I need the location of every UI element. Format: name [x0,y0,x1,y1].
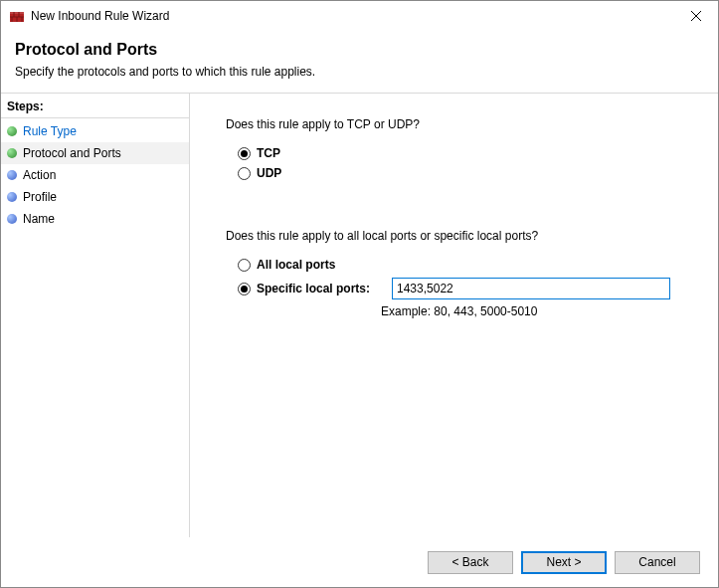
step-protocol-and-ports[interactable]: Protocol and Ports [1,142,189,164]
wizard-footer: < Back Next > Cancel [1,537,718,587]
step-label: Rule Type [23,124,77,138]
wizard-body: Steps: Rule Type Protocol and Ports Acti… [1,94,718,537]
wizard-window: New Inbound Rule Wizard Protocol and Por… [0,0,719,588]
back-button[interactable]: < Back [428,551,513,574]
radio-label: All local ports [257,258,335,272]
page-title: Protocol and Ports [15,41,704,59]
cancel-button[interactable]: Cancel [615,551,700,574]
window-title: New Inbound Rule Wizard [31,9,674,23]
specific-ports-input[interactable] [392,278,670,299]
radio-icon [238,283,251,295]
step-label: Protocol and Ports [23,146,121,160]
radio-icon [238,167,251,180]
step-name[interactable]: Name [1,208,189,230]
close-icon [691,11,701,21]
radio-udp[interactable]: UDP [226,163,692,183]
page-subtitle: Specify the protocols and ports to which… [15,65,704,79]
steps-sidebar: Steps: Rule Type Protocol and Ports Acti… [1,94,190,537]
step-bullet-icon [7,214,17,224]
step-bullet-icon [7,126,17,136]
wizard-header: Protocol and Ports Specify the protocols… [1,31,718,94]
radio-specific-local-ports[interactable]: Specific local ports: [226,275,692,302]
wizard-content: Does this rule apply to TCP or UDP? TCP … [190,94,718,537]
step-bullet-icon [7,170,17,180]
svg-rect-1 [10,12,24,14]
radio-label: Specific local ports: [257,282,386,295]
radio-label: UDP [257,166,281,180]
radio-icon [238,147,251,160]
protocol-question: Does this rule apply to TCP or UDP? [226,117,692,131]
radio-label: TCP [257,146,280,160]
firewall-icon [9,8,25,24]
step-label: Name [23,212,55,226]
step-label: Action [23,168,56,182]
next-button[interactable]: Next > [521,551,607,574]
ports-example-text: Example: 80, 443, 5000-5010 [381,304,692,318]
steps-heading: Steps: [1,98,189,118]
step-profile[interactable]: Profile [1,186,189,208]
radio-icon [238,259,251,272]
titlebar: New Inbound Rule Wizard [1,1,718,31]
step-label: Profile [23,190,57,204]
radio-tcp[interactable]: TCP [226,143,692,163]
step-bullet-icon [7,192,17,202]
step-rule-type[interactable]: Rule Type [1,120,189,142]
ports-question: Does this rule apply to all local ports … [226,229,692,243]
step-action[interactable]: Action [1,164,189,186]
close-button[interactable] [674,1,718,31]
radio-all-local-ports[interactable]: All local ports [226,255,692,275]
step-bullet-icon [7,148,17,158]
